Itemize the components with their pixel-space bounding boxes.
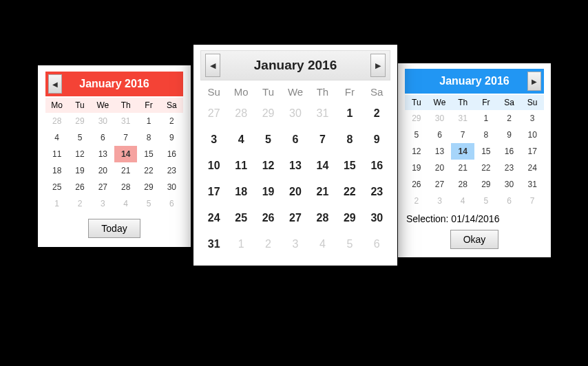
day-cell[interactable]: 4 (45, 129, 68, 146)
day-cell[interactable]: 11 (227, 153, 254, 179)
day-cell[interactable]: 25 (45, 179, 68, 195)
day-cell[interactable]: 23 (160, 162, 183, 179)
day-cell[interactable]: 20 (428, 160, 452, 176)
day-cell[interactable]: 30 (498, 176, 521, 193)
day-cell[interactable]: 1 (137, 113, 160, 129)
day-cell[interactable]: 1 (227, 231, 254, 257)
day-cell[interactable]: 2 (68, 195, 91, 212)
day-cell[interactable]: 21 (114, 162, 137, 179)
day-cell[interactable]: 20 (282, 179, 308, 205)
day-cell[interactable]: 11 (45, 146, 68, 162)
day-cell[interactable]: 29 (474, 176, 498, 193)
day-cell[interactable]: 9 (160, 129, 183, 146)
day-cell[interactable]: 5 (137, 195, 160, 212)
day-cell[interactable]: 15 (474, 143, 498, 160)
day-cell[interactable]: 6 (364, 231, 390, 257)
day-cell[interactable]: 14 (114, 146, 137, 162)
day-cell[interactable]: 18 (45, 162, 68, 179)
day-cell[interactable]: 6 (160, 195, 183, 212)
day-cell[interactable]: 30 (282, 100, 308, 127)
day-cell[interactable]: 24 (200, 205, 227, 231)
day-cell[interactable]: 2 (498, 110, 521, 127)
day-cell[interactable]: 6 (92, 129, 114, 146)
day-cell[interactable]: 2 (160, 113, 183, 129)
day-cell[interactable]: 13 (92, 146, 114, 162)
day-cell[interactable]: 9 (364, 127, 390, 153)
day-cell[interactable]: 23 (364, 179, 390, 205)
day-cell[interactable]: 9 (498, 127, 521, 143)
day-cell[interactable]: 2 (364, 100, 390, 127)
day-cell[interactable]: 2 (405, 193, 428, 209)
day-cell[interactable]: 22 (336, 179, 363, 205)
day-cell[interactable]: 22 (137, 162, 160, 179)
day-cell[interactable]: 23 (498, 160, 521, 176)
day-cell[interactable]: 30 (160, 179, 183, 195)
prev-month-button[interactable]: ◀ (205, 54, 220, 77)
day-cell[interactable]: 1 (45, 195, 68, 212)
day-cell[interactable]: 4 (114, 195, 137, 212)
day-cell[interactable]: 21 (309, 179, 336, 205)
day-cell[interactable]: 6 (498, 193, 521, 209)
day-cell[interactable]: 30 (364, 205, 390, 231)
day-cell[interactable]: 26 (405, 176, 428, 193)
day-cell[interactable]: 19 (68, 162, 91, 179)
day-cell[interactable]: 6 (282, 127, 308, 153)
day-cell[interactable]: 28 (114, 179, 137, 195)
day-cell[interactable]: 14 (309, 153, 336, 179)
day-cell[interactable]: 13 (428, 143, 452, 160)
day-cell[interactable]: 27 (428, 176, 452, 193)
day-cell[interactable]: 4 (451, 193, 474, 209)
day-cell[interactable]: 31 (114, 113, 137, 129)
day-cell[interactable]: 8 (336, 127, 363, 153)
day-cell[interactable]: 24 (521, 160, 544, 176)
day-cell[interactable]: 3 (428, 193, 452, 209)
day-cell[interactable]: 28 (451, 176, 474, 193)
day-cell[interactable]: 12 (405, 143, 428, 160)
day-cell[interactable]: 5 (255, 127, 282, 153)
day-cell[interactable]: 10 (521, 127, 544, 143)
day-cell[interactable]: 21 (451, 160, 474, 176)
day-cell[interactable]: 29 (255, 100, 282, 127)
day-cell[interactable]: 28 (309, 205, 336, 231)
day-cell[interactable]: 31 (521, 176, 544, 193)
day-cell[interactable]: 17 (521, 143, 544, 160)
day-cell[interactable]: 29 (137, 179, 160, 195)
day-cell[interactable]: 27 (282, 205, 308, 231)
day-cell[interactable]: 3 (200, 127, 227, 153)
day-cell[interactable]: 20 (92, 162, 114, 179)
next-month-button[interactable]: ▶ (527, 72, 541, 91)
day-cell[interactable]: 29 (336, 205, 363, 231)
day-cell[interactable]: 1 (336, 100, 363, 127)
day-cell[interactable]: 16 (364, 153, 390, 179)
day-cell[interactable]: 4 (309, 231, 336, 257)
day-cell[interactable]: 15 (137, 146, 160, 162)
day-cell[interactable]: 7 (451, 127, 474, 143)
day-cell[interactable]: 3 (521, 110, 544, 127)
day-cell[interactable]: 31 (309, 100, 336, 127)
day-cell[interactable]: 16 (160, 146, 183, 162)
next-month-button[interactable]: ▶ (370, 54, 386, 77)
day-cell[interactable]: 7 (114, 129, 137, 146)
day-cell[interactable]: 4 (227, 127, 254, 153)
day-cell[interactable]: 12 (68, 146, 91, 162)
day-cell[interactable]: 18 (227, 179, 254, 205)
day-cell[interactable]: 6 (428, 127, 452, 143)
day-cell[interactable]: 22 (474, 160, 498, 176)
day-cell[interactable]: 10 (200, 153, 227, 179)
day-cell[interactable]: 5 (336, 231, 363, 257)
day-cell[interactable]: 27 (92, 179, 114, 195)
day-cell[interactable]: 5 (68, 129, 91, 146)
day-cell[interactable]: 26 (255, 205, 282, 231)
day-cell[interactable]: 13 (282, 153, 308, 179)
day-cell[interactable]: 29 (68, 113, 91, 129)
day-cell[interactable]: 26 (68, 179, 91, 195)
day-cell[interactable]: 3 (282, 231, 308, 257)
day-cell[interactable]: 19 (405, 160, 428, 176)
day-cell[interactable]: 3 (92, 195, 114, 212)
day-cell[interactable]: 12 (255, 153, 282, 179)
day-cell[interactable]: 30 (92, 113, 114, 129)
okay-button[interactable]: Okay (450, 230, 499, 249)
day-cell[interactable]: 16 (498, 143, 521, 160)
day-cell[interactable]: 29 (405, 110, 428, 127)
day-cell[interactable]: 5 (405, 127, 428, 143)
